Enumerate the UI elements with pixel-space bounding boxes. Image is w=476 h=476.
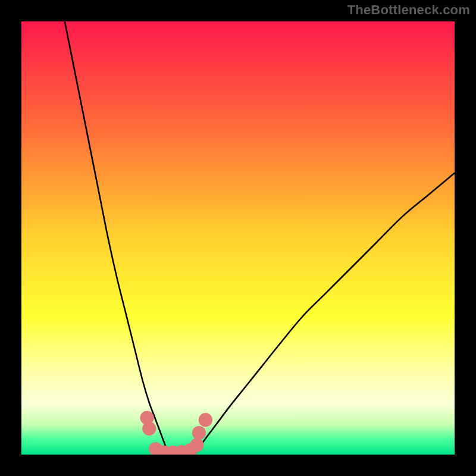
outer-frame: TheBottleneck.com bbox=[0, 0, 476, 476]
cluster-point bbox=[142, 422, 156, 436]
cluster-point bbox=[192, 426, 206, 440]
cluster-point bbox=[190, 438, 203, 452]
plot-area bbox=[21, 21, 455, 455]
attribution-text: TheBottleneck.com bbox=[347, 2, 470, 18]
gradient-background bbox=[21, 21, 455, 455]
cluster-point bbox=[199, 413, 212, 427]
chart-svg bbox=[21, 21, 455, 455]
